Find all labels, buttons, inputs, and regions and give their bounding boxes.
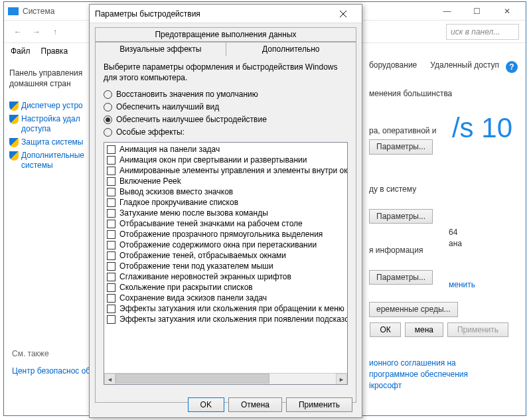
radio-option-0[interactable]: Восстановить значения по умолчанию [104, 90, 348, 99]
params-button-2[interactable]: Параметры... [369, 209, 433, 224]
checkbox-icon [107, 283, 115, 292]
checkbox-icon [107, 262, 115, 271]
menu-edit[interactable]: Правка [41, 46, 68, 56]
effect-item[interactable]: Эффекты затухания или скольжения при обр… [106, 303, 346, 314]
effect-label: Отображение содержимого окна при перетас… [119, 240, 317, 249]
checkbox-icon [107, 315, 115, 324]
effect-item[interactable]: Отображение прозрачного прямоугольника в… [106, 229, 346, 240]
sidebar-item-devmgr[interactable]: Диспетчер устро [9, 101, 85, 111]
effect-item[interactable]: Вывод эскизов вместо значков [106, 186, 346, 197]
checkbox-icon [107, 251, 115, 260]
scroll-right-button[interactable]: ► [336, 374, 347, 385]
effect-item[interactable]: Гладкое прокручивание списков [106, 197, 346, 208]
effect-label: Отображение теней, отбрасываемых окнами [119, 251, 286, 260]
checkbox-icon [107, 198, 115, 207]
checkbox-icon [107, 273, 115, 281]
radio-icon [104, 115, 112, 124]
checkbox-icon [107, 294, 115, 303]
maximize-button[interactable]: ☐ [462, 2, 492, 21]
effect-label: Включение Peek [119, 176, 181, 186]
sidebar-item-remote[interactable]: Настройка удал доступа [9, 114, 85, 135]
cancel-button[interactable]: Отмена [228, 397, 282, 412]
radio-option-1[interactable]: Обеспечить наилучший вид [104, 102, 348, 111]
effect-item[interactable]: Сглаживание неровностей экранных шрифтов [106, 271, 346, 282]
shield-icon [9, 115, 19, 124]
effect-item[interactable]: Отображение содержимого окна при перетас… [106, 240, 346, 250]
checkbox-icon [107, 230, 115, 239]
effect-item[interactable]: Включение Peek [106, 176, 346, 186]
minimize-button[interactable]: — [432, 2, 462, 21]
effect-label: Анимированные элементы управления и элем… [119, 166, 348, 175]
bg-ok[interactable]: ОК [370, 322, 400, 337]
effect-label: Гладкое прокручивание списков [119, 198, 238, 207]
radio-label: Особые эффекты: [116, 127, 185, 137]
ok-button[interactable]: OK [188, 397, 224, 412]
tab-advanced[interactable]: Дополнительно [226, 42, 357, 56]
tab-visual-effects[interactable]: Визуальные эффекты [95, 42, 226, 56]
apply-button[interactable]: Применить [286, 397, 352, 412]
shield-icon [9, 102, 19, 111]
checkbox-icon [107, 220, 115, 228]
effect-item[interactable]: Затухание меню после вызова команды [106, 208, 346, 218]
performance-options-dialog: Параметры быстродействия Предотвращение … [89, 4, 362, 418]
params-button-3[interactable]: Параметры... [369, 270, 433, 285]
effects-list[interactable]: Анимация на панели задачАнимация окон пр… [104, 142, 348, 385]
env-button[interactable]: еременные среды... [369, 302, 458, 317]
effect-item[interactable]: Скольжение при раскрытии списков [106, 282, 346, 293]
close-button[interactable]: ✕ [492, 2, 522, 21]
radio-icon [104, 103, 112, 111]
effect-label: Анимация окон при свертывании и разверты… [119, 155, 307, 165]
checkbox-icon [107, 241, 115, 249]
effect-item[interactable]: Эффекты затухания или скольжения при поя… [106, 314, 346, 324]
sidebar-item-protect[interactable]: Защита системы [9, 137, 85, 148]
effect-item[interactable]: Отбрасывание теней значками на рабочем с… [106, 218, 346, 229]
description: Выберите параметры оформления и быстроде… [104, 62, 348, 83]
effect-label: Вывод эскизов вместо значков [119, 187, 233, 196]
scroll-left-button[interactable]: ◄ [104, 374, 115, 385]
dialog-titlebar: Параметры быстродействия [90, 5, 362, 23]
horizontal-scrollbar[interactable]: ◄ ► [104, 373, 347, 384]
help-icon[interactable]: ? [506, 61, 518, 73]
tab-panel: Выберите параметры оформления и быстроде… [95, 55, 356, 403]
checkbox-icon [107, 167, 115, 175]
back-button[interactable]: ← [11, 25, 25, 39]
checkbox-icon [107, 188, 115, 196]
forward-button[interactable]: → [29, 25, 44, 39]
effect-item[interactable]: Анимация на панели задач [106, 144, 346, 155]
dialog-close-button[interactable] [330, 7, 356, 21]
sidebar-home[interactable]: Панель управления домашняя стран [9, 68, 85, 89]
change-link[interactable]: менить [449, 280, 475, 289]
effect-label: Эффекты затухания или скольжения при обр… [119, 304, 344, 313]
effect-item[interactable]: Отображение тени под указателем мыши [106, 261, 346, 271]
sidebar-item-advanced[interactable]: Дополнительные системы [9, 151, 85, 171]
radio-label: Обеспечить наилучшее быстродействие [116, 115, 267, 124]
bg-apply[interactable]: Применить [447, 322, 508, 337]
checkbox-icon [107, 145, 115, 154]
radio-label: Восстановить значения по умолчанию [116, 90, 258, 99]
tab-dep[interactable]: Предотвращение выполнения данных [95, 27, 356, 42]
close-icon [340, 11, 346, 17]
effect-item[interactable]: Сохранение вида эскизов панели задач [106, 293, 346, 303]
radio-option-3[interactable]: Особые эффекты: [104, 127, 348, 137]
checkbox-icon [107, 209, 115, 218]
system-icon [8, 7, 19, 15]
scroll-thumb[interactable] [115, 374, 269, 384]
bg-cancel[interactable]: мена [405, 322, 443, 337]
effect-item[interactable]: Отображение теней, отбрасываемых окнами [106, 250, 346, 261]
checkbox-icon [107, 305, 115, 313]
bg-title: Система [23, 7, 54, 16]
search-input[interactable]: иск в панел... [446, 24, 519, 40]
effect-label: Скольжение при раскрытии списков [119, 283, 253, 292]
params-button-1[interactable]: Параметры... [369, 139, 433, 155]
effect-label: Затухание меню после вызова команды [119, 208, 268, 218]
menu-file[interactable]: Файл [11, 46, 31, 56]
radio-option-2[interactable]: Обеспечить наилучшее быстродействие [104, 115, 348, 124]
effect-item[interactable]: Анимированные элементы управления и элем… [106, 165, 346, 176]
checkbox-icon [107, 177, 115, 186]
effect-label: Отображение прозрачного прямоугольника в… [119, 230, 323, 239]
up-button[interactable]: ↑ [48, 25, 62, 39]
effect-label: Анимация на панели задач [119, 145, 220, 154]
effect-item[interactable]: Анимация окон при свертывании и разверты… [106, 155, 346, 165]
tab-hardware[interactable]: борудование [369, 60, 417, 70]
tab-remote[interactable]: Удаленный доступ [430, 60, 499, 70]
